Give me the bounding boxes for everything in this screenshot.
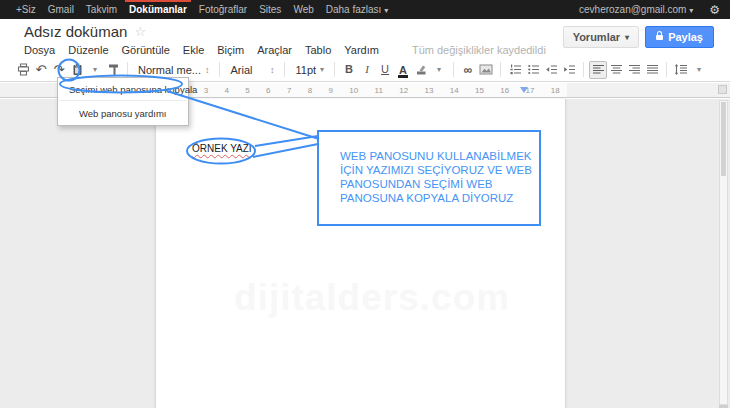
topbar-item-documents[interactable]: Dokümanlar xyxy=(123,0,193,19)
topbar-item-gmail[interactable]: Gmail xyxy=(42,0,80,19)
text-color-button[interactable]: A xyxy=(394,61,412,79)
align-justify-icon[interactable] xyxy=(643,61,661,79)
google-bar: +Siz Gmail Takvim Dokümanlar Fotoğraflar… xyxy=(0,0,730,19)
menu-bar: Dosya Düzenle Görüntüle Ekle Biçim Araçl… xyxy=(24,44,546,56)
watermark: dijitalders.com xyxy=(234,277,510,319)
ruler-tick: 10 xyxy=(349,86,358,95)
chevron-down-icon: ▾ xyxy=(625,33,629,42)
toolbar-separator xyxy=(127,62,128,77)
ruler-tick: 12 xyxy=(399,86,408,95)
account-menu[interactable]: cevherozan@gmail.com ▾ xyxy=(573,0,699,19)
redo-icon[interactable]: ↷ xyxy=(50,61,68,79)
ruler-page-area: 123456789101112131415161718 xyxy=(155,83,567,97)
topbar-item-calendar[interactable]: Takvim xyxy=(80,0,123,19)
font-value: Arial xyxy=(230,64,252,76)
decrease-indent-icon[interactable] xyxy=(542,61,560,79)
ruler-tick: 8 xyxy=(308,86,312,95)
line-spacing-caret[interactable]: ▾ xyxy=(690,61,708,79)
increase-indent-icon[interactable] xyxy=(560,61,578,79)
styles-dropdown[interactable]: Normal me... ↕ xyxy=(133,61,214,79)
topbar-item-web[interactable]: Web xyxy=(287,0,319,19)
ruler-tick: 13 xyxy=(425,86,434,95)
right-indent-marker[interactable] xyxy=(520,87,528,93)
styles-value: Normal me... xyxy=(138,64,201,76)
comments-button[interactable]: Yorumlar ▾ xyxy=(563,26,640,48)
menu-file[interactable]: Dosya xyxy=(24,44,55,56)
toolbar-separator xyxy=(284,62,285,77)
document-area: dijitalders.com ÖRNEK YAZI WEB PANOSUNU … xyxy=(0,99,730,408)
highlight-color-button[interactable] xyxy=(412,61,430,79)
comments-label: Yorumlar xyxy=(573,31,620,43)
web-clipboard-dropdown-caret[interactable]: ▾ xyxy=(86,61,104,79)
menu-format[interactable]: Biçim xyxy=(217,44,244,56)
insert-link-icon[interactable]: ∞ xyxy=(459,61,477,79)
document-header: Adsız doküman ☆ Dosya Düzenle Görüntüle … xyxy=(0,19,730,58)
menu-tools[interactable]: Araçlar xyxy=(257,44,292,56)
menu-table[interactable]: Tablo xyxy=(305,44,331,56)
ruler-tick: 9 xyxy=(329,86,333,95)
ruler-ticks: 123456789101112131415161718 xyxy=(155,83,567,97)
align-left-icon[interactable] xyxy=(589,61,607,79)
ruler-tick: 14 xyxy=(450,86,459,95)
chevron-down-icon: ▾ xyxy=(384,6,388,15)
menu-item-label: Seçimi web panosuna kopyala xyxy=(69,84,197,95)
more-label: Daha fazlası xyxy=(326,4,382,15)
web-clipboard-icon[interactable] xyxy=(68,61,86,79)
scroll-up-button[interactable] xyxy=(718,85,727,94)
ruler-tick: 11 xyxy=(375,86,383,95)
font-dropdown[interactable]: Arial ↕ xyxy=(225,61,279,79)
underline-button[interactable]: U xyxy=(376,61,394,79)
spinner-icon: ↕ xyxy=(205,65,210,75)
star-icon[interactable]: ☆ xyxy=(134,24,146,39)
ruler-tick: 16 xyxy=(500,86,509,95)
toolbar-separator xyxy=(583,62,584,77)
chevron-down-icon: ▾ xyxy=(689,6,693,15)
toolbar-separator xyxy=(453,62,454,77)
ruler-tick: 6 xyxy=(266,86,270,95)
highlight-dropdown-caret[interactable]: ▾ xyxy=(430,61,448,79)
ruler-tick: 7 xyxy=(287,86,291,95)
topbar-item-plus-you[interactable]: +Siz xyxy=(10,0,42,19)
numbered-list-icon[interactable] xyxy=(506,61,524,79)
bulleted-list-icon[interactable] xyxy=(524,61,542,79)
menu-view[interactable]: Görüntüle xyxy=(122,44,170,56)
share-button[interactable]: Paylaş xyxy=(645,26,714,48)
topbar-item-more[interactable]: Daha fazlası ▾ xyxy=(320,0,394,19)
print-icon[interactable] xyxy=(14,61,32,79)
toolbar-separator xyxy=(219,62,220,77)
font-size-dropdown[interactable]: 11pt ▾ xyxy=(290,61,329,79)
sample-text: ÖRNEK YAZI xyxy=(192,143,252,154)
undo-icon[interactable]: ↶ xyxy=(32,61,50,79)
topbar-item-sites[interactable]: Sites xyxy=(253,0,287,19)
web-clipboard-menu: Seçimi web panosuna kopyala Web panosu y… xyxy=(57,77,189,126)
font-size-value: 11pt xyxy=(295,64,316,76)
document-title[interactable]: Adsız doküman xyxy=(24,23,127,40)
lock-icon xyxy=(656,35,663,40)
topbar-item-photos[interactable]: Fotoğraflar xyxy=(193,0,253,19)
spinner-icon: ↕ xyxy=(270,65,275,75)
menu-edit[interactable]: Düzenle xyxy=(68,44,108,56)
chevron-down-icon: ▾ xyxy=(320,65,324,74)
paint-format-icon[interactable] xyxy=(104,61,122,79)
menu-help[interactable]: Yardım xyxy=(344,44,379,56)
toolbar-separator xyxy=(500,62,501,77)
italic-button[interactable]: I xyxy=(358,61,376,79)
menu-item-copy-to-web-clipboard[interactable]: Seçimi web panosuna kopyala xyxy=(58,80,188,98)
menu-separator xyxy=(59,100,187,101)
text-color-label: A xyxy=(398,64,408,76)
ruler-tick: 15 xyxy=(475,86,484,95)
insert-image-icon[interactable] xyxy=(477,61,495,79)
share-label: Paylaş xyxy=(668,31,703,43)
bold-button[interactable]: B xyxy=(340,61,358,79)
menu-insert[interactable]: Ekle xyxy=(183,44,204,56)
vertical-scrollbar[interactable] xyxy=(719,100,728,405)
align-center-icon[interactable] xyxy=(607,61,625,79)
menu-item-web-clipboard-help[interactable]: Web panosu yardımı xyxy=(58,103,188,123)
align-right-icon[interactable] xyxy=(625,61,643,79)
line-spacing-icon[interactable] xyxy=(672,61,690,79)
gear-icon[interactable]: ⚙ xyxy=(709,3,720,17)
scrollbar-thumb[interactable] xyxy=(721,102,726,176)
toolbar-separator xyxy=(666,62,667,77)
ruler-tick: 4 xyxy=(224,86,228,95)
annotation-callout-text: WEB PANOSUNU KULLANABİLMEK İÇİN YAZIMIZI… xyxy=(340,149,538,205)
